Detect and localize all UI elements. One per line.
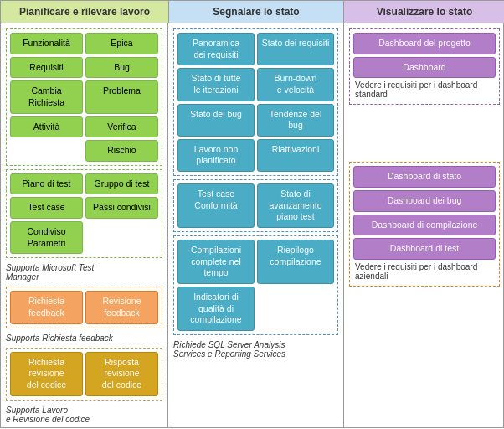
col3-section1-note: Vedere i requisiti per i dashboardstanda… xyxy=(353,78,496,101)
item-attivita[interactable]: Attività xyxy=(10,116,83,138)
item-test-case[interactable]: Test case xyxy=(10,197,83,219)
item-riattivazioni[interactable]: Riattivazioni xyxy=(257,139,334,172)
col2-header: Segnalare lo stato xyxy=(168,1,344,23)
col2-section1: Panoramicadei requisiti Stato dei requis… xyxy=(173,28,338,176)
col1-section2-note: Supporta Microsoft TestManager xyxy=(3,261,166,283)
col2-section3-note: Richiede SQL Server AnalysisServices e R… xyxy=(170,339,342,360)
item-richiesta-revisione[interactable]: Richiesta revisionedel codice xyxy=(10,352,83,396)
item-dashboard-test[interactable]: Dashboard di test xyxy=(353,238,496,260)
item-epica[interactable]: Epica xyxy=(85,33,158,54)
col2-section3: Compilazionicomplete neltempo Riepilogoc… xyxy=(173,235,338,335)
col1-section3: Richiestafeedback Revisionefeedback xyxy=(6,287,162,328)
item-verifica[interactable]: Verifica xyxy=(85,116,158,138)
item-lavoro-non-pianificato[interactable]: Lavoro nonpianificato xyxy=(177,139,255,172)
item-tendenze-bug[interactable]: Tendenze del bug xyxy=(257,104,334,137)
col3-body: Dashboard del progetto Dashboard Vedere … xyxy=(344,23,504,427)
item-stato-requisiti[interactable]: Stato dei requisiti xyxy=(257,33,334,65)
item-bug[interactable]: Bug xyxy=(85,57,158,79)
item-riepilogo-compilazione[interactable]: Riepilogocompilazione xyxy=(257,240,334,284)
item-richiesta-feedback[interactable]: Richiestafeedback xyxy=(10,291,83,323)
item-stato-iterazioni[interactable]: Stato di tuttele iterazioni xyxy=(177,68,255,101)
item-panoramica-requisiti[interactable]: Panoramicadei requisiti xyxy=(177,33,255,65)
col1-section3-note: Supporta Richiesta feedback xyxy=(3,332,166,344)
col1-body: Funzionalità Epica Requisiti Bug CambiaR… xyxy=(1,23,168,427)
item-test-case-conformita[interactable]: Test caseConformità xyxy=(177,183,255,228)
col3-spacer xyxy=(346,108,503,158)
item-passi-condivisi[interactable]: Passi condivisi xyxy=(85,197,158,219)
col1-section4: Richiesta revisionedel codice Risposta r… xyxy=(6,348,162,401)
item-funzionalita[interactable]: Funzionalità xyxy=(10,33,83,54)
col1-section2: Piano di test Gruppo di test Test case P… xyxy=(6,169,162,259)
item-rischio[interactable]: Rischio xyxy=(85,140,158,162)
item-dashboard-progetto[interactable]: Dashboard del progetto xyxy=(353,33,496,54)
col1-header: Pianificare e rilevare lavoro xyxy=(1,1,168,23)
item-revisione-feedback[interactable]: Revisionefeedback xyxy=(85,291,158,323)
item-gruppo-di-test[interactable]: Gruppo di test xyxy=(85,173,158,195)
item-cambia-richiesta[interactable]: CambiaRichiesta xyxy=(10,80,83,113)
item-dashboard-compilazione[interactable]: Dashboard di compilazione xyxy=(353,214,496,236)
item-piano-di-test[interactable]: Piano di test xyxy=(10,173,83,195)
item-burndown[interactable]: Burn-downe velocità xyxy=(257,68,334,101)
item-requisiti[interactable]: Requisiti xyxy=(10,57,83,79)
col3-section1: Dashboard del progetto Dashboard Vedere … xyxy=(349,28,500,105)
col1-section4-note: Supporta Lavoroe Revisione del codice xyxy=(3,404,166,426)
col1-section1: Funzionalità Epica Requisiti Bug CambiaR… xyxy=(6,28,162,166)
item-condiviso-parametri[interactable]: CondivisoParametri xyxy=(10,221,83,254)
item-indicatori-qualita[interactable]: Indicatori diqualità dicompilazione xyxy=(177,287,255,331)
item-dashboard-stato[interactable]: Dashboard di stato xyxy=(353,166,496,188)
col3-section2: Dashboard di stato Dashboard dei bug Das… xyxy=(349,162,500,287)
main-grid: Pianificare e rilevare lavoro Segnalare … xyxy=(0,0,504,428)
item-dashboard-bug[interactable]: Dashboard dei bug xyxy=(353,190,496,212)
item-problema[interactable]: Problema xyxy=(85,80,158,113)
item-stato-bug[interactable]: Stato del bug xyxy=(177,104,255,137)
item-risposta-revisione[interactable]: Risposta revisionedel codice xyxy=(85,352,158,396)
col3-section2-note: Vedere i requisiti per i dashboardaziend… xyxy=(353,260,496,282)
item-stato-avanzamento[interactable]: Stato diavanzamentopiano test xyxy=(257,183,334,228)
col3-header: Visualizzare lo stato xyxy=(344,1,504,23)
col2-body: Panoramicadei requisiti Stato dei requis… xyxy=(168,23,344,427)
item-dashboard[interactable]: Dashboard xyxy=(353,57,496,79)
col2-section2: Test caseConformità Stato diavanzamentop… xyxy=(173,179,338,232)
item-compilazioni[interactable]: Compilazionicomplete neltempo xyxy=(177,240,255,284)
